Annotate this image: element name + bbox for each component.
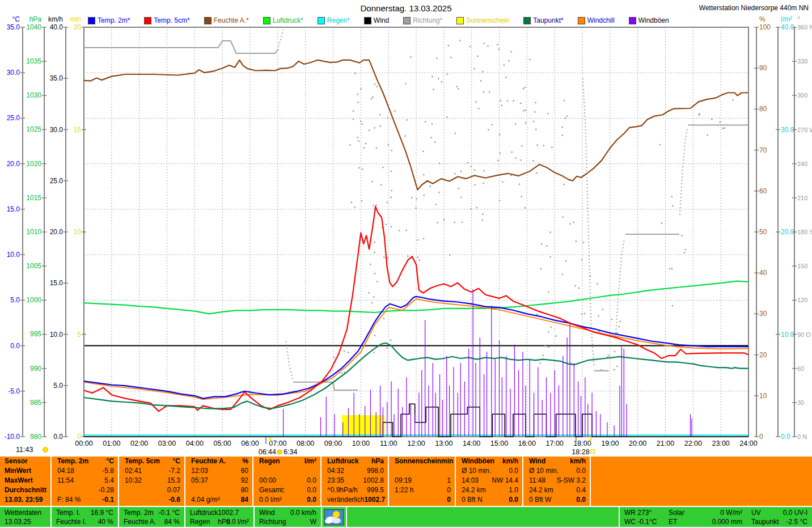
axis-tick-label: 90 O [797,331,811,338]
table-cell-row: -0.6 [119,495,184,505]
wind-direction-dot [501,105,502,106]
statusbar-cell: Temp. 2m-0.1 °CFeuchte A.84 % [119,507,185,527]
wind-direction-dot [360,88,361,90]
table-cell-row [253,466,320,476]
weather-station-app: Donnerstag. 13.03.2025 Wetterstation Nie… [0,0,812,528]
axis-tick-label: -10.0 [5,433,20,441]
wind-direction-dot [498,48,500,49]
wind-direction-dot [417,256,418,257]
axis-unit-%: % [759,15,766,23]
axis-tick-label: 20 [74,23,82,31]
wind-direction-dot [470,46,471,47]
wind-direction-dot [475,101,476,102]
wind-direction-dot [529,59,530,60]
table-column-Windböen: Windböenkm/hØ 10 min.0.014:03NW 14.424.2… [456,457,523,506]
table-cell-row: Gesamt:0.0 [253,485,320,495]
table-cell-row: 0.0 l/m²0.0 [253,495,320,505]
wind-direction-dot [354,206,355,208]
wind-direction-dot [438,192,439,193]
wind-direction-dot [418,259,420,260]
wind-direction-dot [406,119,407,120]
table-column-Sonnenschein: Sonnenscheinmin09:1911:22 h00 [389,457,456,506]
x-tick-label: 07:00 [269,440,286,447]
wind-direction-dot [348,352,349,353]
wind-direction-dot [460,197,462,198]
wind-direction-dot [502,181,503,183]
sun-icon [43,447,48,453]
wind-direction-dot [536,314,538,315]
wind-direction-dot [416,198,417,199]
x-tick-label: 01:00 [103,440,120,447]
wind-direction-dot [480,80,481,81]
wind-direction-dot [543,145,544,146]
axis-unit-°: ° [797,15,800,23]
axis-tick-label: 5.0 [53,382,63,390]
wind-direction-dot [404,136,405,137]
wind-direction-dot [672,205,673,206]
axis-tick-label: 30.0 [7,69,20,77]
wind-direction-dot [481,219,483,221]
x-tick-label: 14:00 [463,440,480,447]
weather-day-chart: °C35.030.025.020.015.010.05.00.0-5.0-10.… [0,0,812,457]
wind-direction-dot [341,373,342,374]
table-row-label: MinWert [5,466,31,476]
axis-tick-label: 10.0 [7,251,20,259]
wind-direction-dot [523,88,524,89]
wind-direction-dot [353,111,354,112]
axis-tick-label: 35.0 [7,23,20,31]
wind-direction-dot [489,91,490,92]
axis-tick-label: 40.0 [50,23,64,31]
x-tick-label: 03:00 [158,440,176,447]
wind-direction-dot [707,134,708,136]
table-cell-row: 02:41-7.2 [119,466,184,476]
axis-unit-°C: °C [12,15,20,23]
x-tick-label: 10:00 [352,440,370,447]
table-cell-row: veränderlich1002.7 [322,495,388,505]
wind-direction-dot [363,147,365,149]
wind-direction-dot [448,45,449,46]
table-column-Wind: Windkm/hØ 10 min.0.011:48S-SW 3.224.2 km… [523,457,591,506]
wind-direction-dot [399,230,400,231]
wind-direction-dot [443,219,445,220]
wind-direction-dot [584,313,585,314]
x-tick-label: 17:00 [546,440,564,447]
wind-direction-dot [564,100,565,101]
wind-direction-dot [423,174,424,175]
wind-direction-dot [711,119,712,120]
wind-direction-dot [597,283,598,284]
wind-direction-dot [524,87,525,88]
x-tick-label: 23:00 [712,440,730,447]
wind-direction-dot [410,57,411,58]
wind-direction-dot [375,204,377,205]
x-tick-label: 12:00 [407,440,425,447]
wind-direction-dot [562,134,563,136]
axis-tick-label: 40 [759,269,767,277]
table-cell-row: -0.28 [52,485,118,495]
wind-direction-dot [541,243,542,244]
axis-tick-label: 20.0 [50,228,64,236]
wind-direction-dot [353,119,354,120]
table-cell-row: F: 84 %-0.1 [52,495,118,505]
wind-direction-dot [581,314,582,315]
series-Taupunkt [84,343,748,409]
wind-direction-dot [505,77,506,78]
wind-direction-dot [576,240,577,242]
wind-direction-dot [525,207,526,208]
wind-direction-dot [671,196,673,197]
wind-direction-dot [391,190,392,191]
axis-tick-label: 990 [30,365,41,373]
wind-direction-dot [462,222,463,223]
x-tick-label: 19:00 [601,440,619,447]
wind-direction-dot [360,120,361,121]
x-tick-label: 06:00 [241,440,259,447]
wind-direction-dot [386,224,387,225]
wind-direction-dot [386,347,387,348]
wind-direction-dot [446,116,447,117]
table-cell-row: 24.2 km0.4 [523,485,590,495]
wind-direction-dot [547,113,548,114]
wind-direction-dot [370,264,371,265]
wind-direction-dot [483,183,484,184]
axis-tick-label: 1035 [26,57,41,65]
wind-direction-dot [724,128,725,129]
table-cell-row: 24.2 km1.0 [456,485,522,495]
